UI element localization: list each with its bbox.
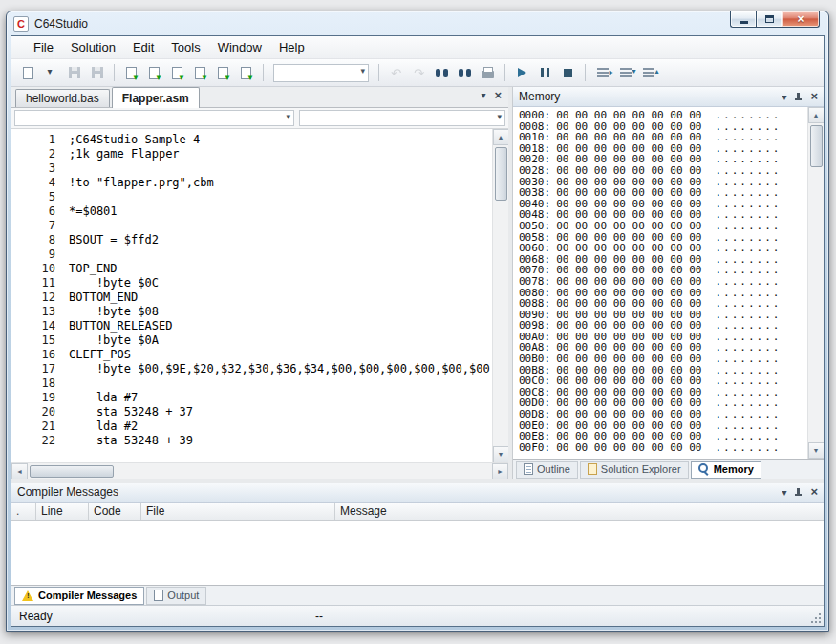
minimize-button[interactable] bbox=[730, 11, 756, 28]
scroll-up-button[interactable]: ▲ bbox=[808, 107, 825, 123]
code-line[interactable]: 2;1k game Flapper bbox=[15, 147, 492, 161]
maximize-button[interactable] bbox=[756, 11, 782, 28]
scroll-right-button[interactable]: ► bbox=[492, 463, 508, 480]
editor-tab-flapper-asm[interactable]: Flapper.asm bbox=[112, 87, 200, 108]
line-number: 9 bbox=[15, 247, 55, 262]
code-line[interactable]: 10TOP_END bbox=[15, 262, 492, 276]
memory-ascii: ........ bbox=[715, 243, 781, 254]
pause-button[interactable] bbox=[534, 62, 556, 84]
close-tab-icon[interactable]: × bbox=[494, 91, 502, 100]
compile-and-run-button[interactable] bbox=[166, 62, 188, 84]
panel-tab-outline[interactable]: Outline bbox=[516, 461, 578, 479]
close-panel-icon[interactable]: × bbox=[810, 92, 818, 101]
code-line[interactable]: 22 sta 53248 + 39 bbox=[15, 434, 492, 448]
build-all-button[interactable] bbox=[212, 62, 234, 84]
memory-vertical-scrollbar[interactable]: ▲ ▼ bbox=[807, 107, 824, 459]
compile-button[interactable] bbox=[120, 62, 142, 84]
code-line[interactable]: 5 bbox=[15, 190, 492, 204]
scroll-down-button[interactable]: ▼ bbox=[493, 446, 509, 462]
code-line[interactable]: 13 !byte $08 bbox=[15, 305, 492, 319]
menu-item-edit[interactable]: Edit bbox=[124, 37, 162, 57]
code-line[interactable]: 11 !byte $0C bbox=[15, 276, 492, 290]
code-line[interactable]: 6*=$0801 bbox=[15, 204, 492, 219]
editor-vertical-scrollbar[interactable]: ▲ ▼ bbox=[492, 129, 508, 462]
code-line[interactable]: 19 lda #7 bbox=[15, 391, 492, 405]
document-green-arrow-icon bbox=[195, 67, 205, 79]
column-header-line[interactable]: Line bbox=[36, 503, 89, 520]
pause-icon bbox=[541, 68, 549, 77]
memory-dump[interactable]: 0000:00 00 00 00 00 00 00 00........0008… bbox=[513, 107, 824, 459]
panel-tab-output[interactable]: Output bbox=[146, 587, 206, 605]
menu-item-file[interactable]: File bbox=[25, 37, 62, 57]
print-button[interactable] bbox=[477, 62, 499, 84]
column-header-file[interactable]: File bbox=[141, 503, 335, 520]
pin-icon[interactable] bbox=[794, 487, 803, 498]
panel-tab-compiler-messages[interactable]: Compiler Messages bbox=[14, 587, 144, 605]
compiler-messages-panel: Compiler Messages ▾ × .LineCodeFileMessa… bbox=[11, 483, 824, 605]
editor-tab-helloworld-bas[interactable]: helloworld.bas bbox=[15, 89, 110, 107]
code-line[interactable]: 7 bbox=[15, 219, 492, 233]
save-all-button[interactable] bbox=[86, 62, 108, 84]
stop-button[interactable] bbox=[557, 62, 579, 84]
build-config-combo[interactable]: ▾ bbox=[273, 64, 369, 82]
panel-tab-memory[interactable]: Memory bbox=[691, 461, 761, 479]
code-line[interactable]: 12BOTTOM_END bbox=[15, 290, 492, 305]
pin-icon[interactable] bbox=[794, 92, 803, 102]
column-header-icon[interactable]: . bbox=[11, 503, 36, 520]
compile-to-file-button[interactable] bbox=[143, 62, 165, 84]
code-line[interactable]: 1;C64Studio Sample 4 bbox=[15, 133, 492, 147]
panel-tab-solution-explorer[interactable]: Solution Explorer bbox=[580, 461, 689, 479]
code-line[interactable]: 16CLEFT_POS bbox=[15, 348, 492, 362]
panel-menu-dropdown-icon[interactable]: ▾ bbox=[782, 92, 786, 102]
save-button[interactable] bbox=[63, 62, 85, 84]
undo-button[interactable] bbox=[385, 62, 407, 84]
scrollbar-thumb[interactable] bbox=[810, 125, 823, 167]
menu-item-window[interactable]: Window bbox=[209, 37, 270, 57]
code-line[interactable]: 9 bbox=[15, 247, 492, 262]
resize-grip[interactable] bbox=[809, 612, 822, 624]
menu-item-solution[interactable]: Solution bbox=[62, 37, 124, 57]
run-button[interactable] bbox=[511, 62, 533, 84]
code-line[interactable]: 14BUTTON_RELEASED bbox=[15, 319, 492, 333]
message-table-body[interactable] bbox=[11, 521, 824, 585]
redo-button[interactable] bbox=[408, 62, 430, 84]
column-header-message[interactable]: Message bbox=[335, 503, 824, 520]
new-file-dropdown-button[interactable] bbox=[40, 62, 62, 84]
export-button[interactable] bbox=[235, 62, 257, 84]
scrollbar-thumb[interactable] bbox=[30, 465, 114, 478]
code-line[interactable]: 4!to "flapper.prg",cbm bbox=[15, 176, 492, 190]
column-header-code[interactable]: Code bbox=[89, 503, 141, 520]
find-button[interactable] bbox=[431, 62, 453, 84]
menu-item-help[interactable]: Help bbox=[270, 37, 313, 57]
scroll-down-button[interactable]: ▼ bbox=[808, 442, 825, 459]
member-navigation-combo[interactable]: ▾ bbox=[299, 110, 505, 126]
code-editor[interactable]: 1;C64Studio Sample 42;1k game Flapper34!… bbox=[11, 129, 492, 462]
scroll-left-button[interactable]: ◄ bbox=[11, 463, 28, 480]
new-document-icon bbox=[23, 67, 33, 79]
code-line[interactable]: 3 bbox=[15, 161, 492, 176]
compile-and-debug-button[interactable] bbox=[189, 62, 211, 84]
close-button[interactable]: × bbox=[782, 11, 820, 28]
panel-menu-dropdown-icon[interactable]: ▾ bbox=[782, 487, 786, 498]
scroll-up-button[interactable]: ▲ bbox=[493, 129, 509, 145]
code-line[interactable]: 21 lda #2 bbox=[15, 419, 492, 434]
type-navigation-combo[interactable]: ▾ bbox=[14, 110, 294, 126]
editor-horizontal-scrollbar[interactable]: ◄ ► bbox=[11, 462, 508, 479]
find-in-files-button[interactable] bbox=[454, 62, 476, 84]
code-line[interactable]: 15 !byte $0A bbox=[15, 333, 492, 348]
close-panel-icon[interactable]: × bbox=[810, 487, 818, 497]
step-out-button[interactable] bbox=[637, 62, 659, 84]
code-text: !byte $0A bbox=[69, 333, 159, 348]
tab-list-dropdown-icon[interactable]: ▾ bbox=[481, 90, 485, 100]
code-line[interactable]: 8BSOUT = $ffd2 bbox=[15, 233, 492, 247]
new-file-button[interactable] bbox=[17, 62, 39, 84]
window-title: C64Studio bbox=[34, 17, 88, 31]
code-line[interactable]: 18 bbox=[15, 376, 492, 391]
step-into-button[interactable] bbox=[591, 62, 613, 84]
code-line[interactable]: 20 sta 53248 + 37 bbox=[15, 405, 492, 419]
title-bar[interactable]: C C64Studio × bbox=[7, 11, 828, 35]
code-line[interactable]: 17 !byte $00,$9E,$20,$32,$30,$36,$34,$00… bbox=[15, 362, 492, 376]
scrollbar-thumb[interactable] bbox=[495, 147, 507, 201]
step-over-button[interactable] bbox=[614, 62, 636, 84]
menu-item-tools[interactable]: Tools bbox=[162, 37, 208, 57]
